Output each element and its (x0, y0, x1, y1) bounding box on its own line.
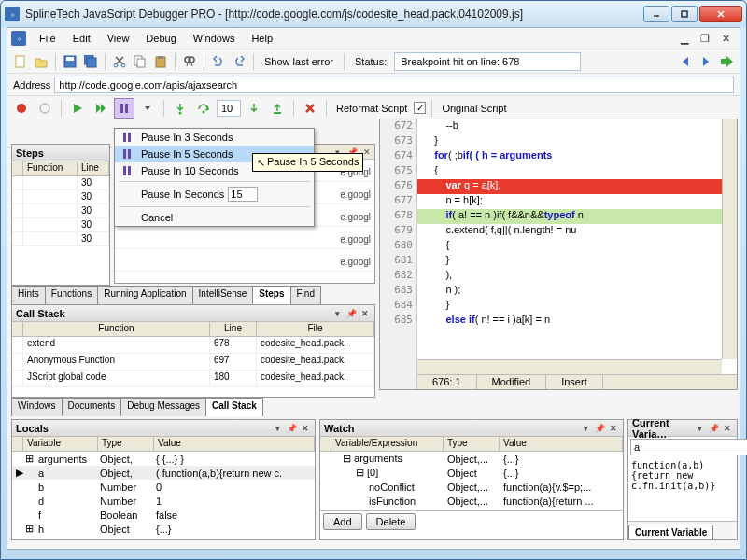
undo-icon[interactable] (209, 52, 228, 71)
line-number[interactable]: 673 (380, 134, 416, 149)
row-selector-header[interactable] (320, 437, 331, 451)
find-icon[interactable] (180, 52, 199, 71)
row-selector-header[interactable] (12, 161, 23, 175)
code-editor[interactable]: 6726736746756766776786796806816826836846… (379, 119, 738, 390)
expander-icon[interactable]: ⊟ (356, 467, 364, 478)
menu-help[interactable]: Help (244, 31, 280, 46)
dropdown-icon[interactable]: ▾ (580, 423, 591, 434)
table-row[interactable]: ⊞hObject{...} (12, 522, 315, 536)
code-body[interactable]: --b } for( ;bif( ( h = arguments { var q… (417, 119, 737, 374)
callstack-title[interactable]: Call Stack ▾ 📌 ✕ (12, 305, 374, 322)
table-row[interactable]: ⊟ argumentsObject,...{...} (320, 452, 623, 466)
close-icon[interactable]: ✕ (608, 423, 619, 434)
cs-col-line[interactable]: Line (210, 322, 257, 336)
vertical-scrollbar[interactable] (722, 119, 737, 359)
table-row[interactable]: dNumber1 (12, 494, 315, 508)
save-icon[interactable] (61, 52, 79, 71)
line-number[interactable]: 683 (380, 284, 416, 299)
nav-go-icon[interactable] (717, 53, 736, 70)
watch-delete-button[interactable]: Delete (366, 513, 416, 530)
menu-debug[interactable]: Debug (138, 31, 183, 46)
code-line[interactable]: for( ;bif( ( h = arguments (417, 149, 737, 164)
steps-col-function[interactable]: Function (23, 161, 78, 175)
line-number[interactable]: 680 (380, 239, 416, 254)
open-file-icon[interactable] (32, 52, 50, 71)
tab-running-app[interactable]: Running Application (97, 286, 192, 304)
code-line[interactable]: } (417, 254, 737, 269)
titlebar[interactable]: ⬦ SplineTech JavaScript Debugger PRO - [… (1, 1, 746, 27)
code-line[interactable]: --b (417, 119, 737, 134)
row-selector-header[interactable] (12, 322, 23, 336)
line-number[interactable]: 681 (380, 254, 416, 269)
code-line[interactable]: n = h[k]; (417, 194, 737, 209)
table-row[interactable]: 30 (12, 176, 109, 190)
code-line[interactable]: if( a! == n )if( f&&n&&typeof n (417, 209, 737, 224)
expander-icon[interactable]: ⊞ (23, 453, 35, 465)
tab-hints[interactable]: Hints (11, 286, 46, 304)
pin-icon[interactable]: 📌 (594, 423, 605, 434)
table-row[interactable]: 30 (12, 232, 109, 246)
tab-current-variable[interactable]: Current Variable (628, 525, 713, 539)
maximize-button[interactable] (671, 6, 698, 22)
pause-3s-item[interactable]: Pause In 3 Seconds (115, 129, 314, 146)
pin-icon[interactable]: 📌 (708, 423, 719, 434)
code-line[interactable]: n ); (417, 284, 737, 299)
cut-icon[interactable] (110, 52, 129, 71)
table-row[interactable]: 30 (12, 204, 109, 218)
code-line[interactable]: } (417, 134, 737, 149)
mdi-app-icon[interactable]: ⬦ (11, 31, 26, 46)
line-gutter[interactable]: 6726736746756766776786796806816826836846… (380, 119, 417, 389)
watch-col-value[interactable]: Value (500, 437, 623, 451)
cs-col-function[interactable]: Function (23, 322, 210, 336)
close-icon[interactable]: ✕ (359, 308, 371, 319)
list-item[interactable]: e.googl (115, 227, 374, 249)
table-row[interactable]: isArrayObject,...function(a){return ... (320, 508, 623, 510)
table-row[interactable]: bNumber0 (12, 480, 315, 494)
line-number[interactable]: 679 (380, 224, 416, 239)
code-line[interactable]: var q = a[k], (417, 179, 737, 194)
table-row[interactable]: Anonymous Function697codesite_head.pack. (12, 354, 374, 371)
table-row[interactable]: ⊞argumentsObject,{ {...} } (12, 452, 315, 466)
watch-col-type[interactable]: Type (444, 437, 500, 451)
locals-title[interactable]: Locals ▾📌✕ (12, 420, 315, 437)
mdi-minimize-icon[interactable]: ▁ (678, 32, 691, 45)
pause-custom-item[interactable]: Pause In Seconds (115, 184, 314, 204)
code-line[interactable]: else if( n! == i )a[k] = n (417, 314, 737, 329)
step-into-icon[interactable] (170, 98, 190, 119)
tab-documents[interactable]: Documents (62, 398, 122, 416)
tab-debug-messages[interactable]: Debug Messages (120, 398, 206, 416)
line-number[interactable]: 682 (380, 269, 416, 284)
line-number[interactable]: 677 (380, 194, 416, 209)
code-line[interactable]: c.extend( f,q||( n.length! = nu (417, 224, 737, 239)
step-over-icon[interactable] (193, 98, 214, 119)
dropdown-icon[interactable]: ▾ (694, 423, 705, 434)
row-selector-header[interactable] (12, 437, 23, 451)
run-fast-icon[interactable] (91, 98, 111, 119)
code-line[interactable]: { (417, 239, 737, 254)
address-input[interactable] (54, 77, 734, 93)
table-row[interactable]: ⊟ [0]Object{...} (320, 466, 623, 480)
copy-icon[interactable] (131, 52, 149, 71)
watch-col-var[interactable]: Variable/Expression (331, 437, 444, 451)
table-row[interactable]: ▶aObject,( function(a,b){return new c. (12, 466, 315, 480)
table-row[interactable]: extend678codesite_head.pack. (12, 337, 374, 354)
dropdown-icon[interactable]: ▾ (272, 423, 283, 434)
menu-windows[interactable]: Windows (186, 31, 243, 46)
dropdown-icon[interactable]: ▾ (331, 308, 343, 319)
locals-col-value[interactable]: Value (154, 437, 315, 451)
run-icon[interactable] (67, 98, 88, 119)
line-number[interactable]: 676 (380, 179, 416, 194)
expander-icon[interactable]: ⊞ (23, 523, 35, 535)
nav-back-icon[interactable] (676, 53, 695, 70)
mdi-close-icon[interactable]: ✕ (719, 32, 732, 45)
expander-icon[interactable]: ⊟ (343, 453, 351, 464)
nav-forward-icon[interactable] (697, 53, 715, 70)
line-number[interactable]: 674 (380, 149, 416, 164)
code-line[interactable]: { (417, 164, 737, 179)
steps-col-line[interactable]: Line (78, 161, 109, 175)
steps-panel-title[interactable]: Steps (12, 145, 109, 161)
menu-edit[interactable]: Edit (65, 31, 98, 46)
close-icon[interactable]: ✕ (722, 423, 733, 434)
breakpoint-off-icon[interactable] (35, 98, 55, 119)
table-row[interactable]: JScript global code180codesite_head.pack… (12, 371, 374, 387)
